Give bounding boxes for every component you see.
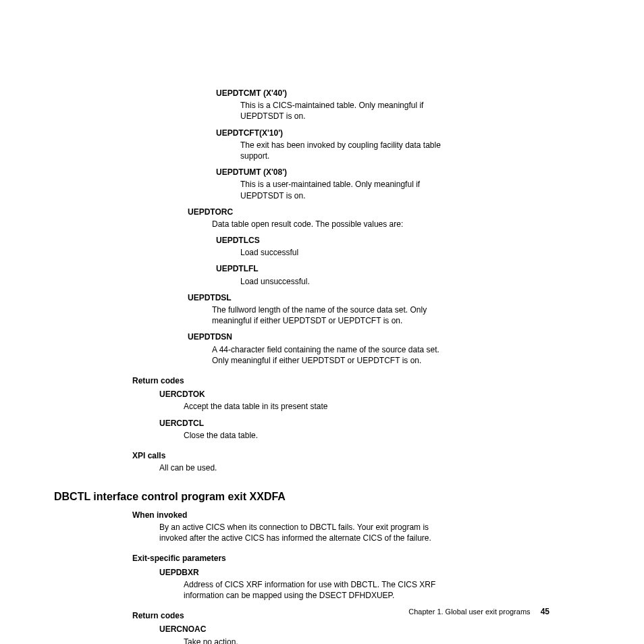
param-desc: This is a user-maintained table. Only me… xyxy=(240,179,456,200)
return-code-desc: Close the data table. xyxy=(184,430,510,441)
return-code-desc: Take no action. xyxy=(184,637,510,644)
footer-page-number: 45 xyxy=(541,607,549,616)
xpi-calls-label: XPI calls xyxy=(132,450,510,461)
when-invoked-desc: By an active CICS when its connection to… xyxy=(159,522,456,543)
page-footer: Chapter 1. Global user exit programs 45 xyxy=(144,606,549,617)
param-label: UEPDTDSN xyxy=(188,331,510,342)
exit-params-label: Exit-specific parameters xyxy=(132,553,510,564)
return-code-label: UERCDTOK xyxy=(159,389,510,400)
param-desc: Address of CICS XRF information for use … xyxy=(184,579,440,601)
return-code-label: UERCDTCL xyxy=(159,418,510,429)
section-heading: DBCTL interface control program exit XXD… xyxy=(54,489,549,504)
when-invoked-label: When invoked xyxy=(132,510,510,520)
footer-chapter: Chapter 1. Global user exit programs xyxy=(408,608,530,616)
param-desc: The exit has been invoked by coupling fa… xyxy=(240,140,456,161)
param-label: UEPDTDSL xyxy=(188,292,510,303)
param-label: UEPDTUMT (X'08') xyxy=(216,167,510,178)
xpi-calls-desc: All can be used. xyxy=(159,462,510,473)
param-sub-desc: Load unsuccessful. xyxy=(240,276,510,287)
param-desc: The fullword length of the name of the s… xyxy=(212,304,441,326)
param-desc: Data table open result code. The possibl… xyxy=(212,219,455,230)
param-label: UEPDTORC xyxy=(188,207,510,217)
return-code-label: UERCNOAC xyxy=(159,624,510,635)
param-desc: This is a CICS-maintained table. Only me… xyxy=(240,100,456,122)
param-desc: A 44-character field containing the name… xyxy=(212,344,441,366)
param-sub-label: UEPDTLCS xyxy=(216,235,510,246)
return-code-desc: Accept the data table in its present sta… xyxy=(184,401,510,412)
param-sub-desc: Load successful xyxy=(240,247,510,258)
return-codes-label: Return codes xyxy=(132,375,510,386)
param-label: UEPDTCFT(X'10') xyxy=(216,128,510,138)
param-sub-label: UEPDTLFL xyxy=(216,263,510,274)
param-label: UEPDBXR xyxy=(159,567,510,578)
param-label: UEPDTCMT (X'40') xyxy=(216,88,510,99)
